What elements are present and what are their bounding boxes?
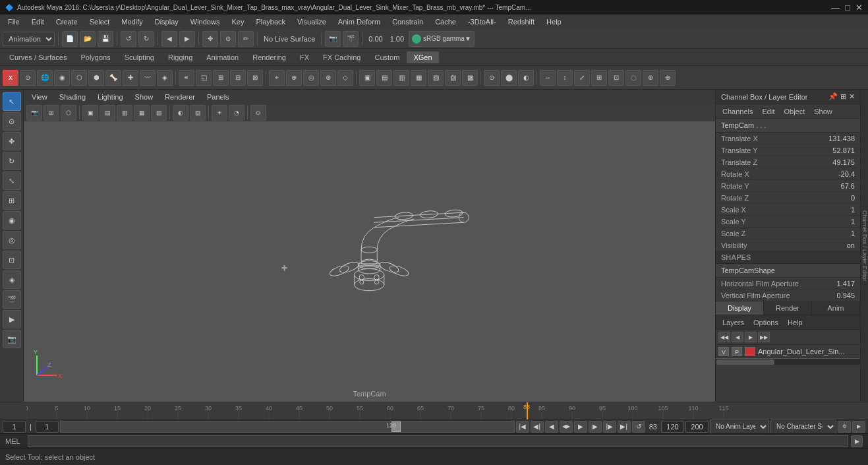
icon-extra2[interactable]: ⬤	[501, 70, 517, 86]
icon-scene[interactable]: 🌐	[37, 70, 53, 86]
icon-viz7[interactable]: ▩	[462, 70, 478, 86]
icon-extra9[interactable]: ◌	[625, 70, 641, 86]
icon-anim2[interactable]: ◱	[196, 70, 212, 86]
new-file-button[interactable]: 📄	[62, 31, 78, 47]
play-back-btn[interactable]: ◀▶	[560, 421, 573, 433]
menu-item-anim-deform[interactable]: Anim Deform	[333, 16, 386, 27]
show-menu[interactable]: Show	[130, 92, 159, 102]
next-frame-btn[interactable]: ▶	[589, 421, 602, 433]
layer-next-btn[interactable]: ▶	[745, 332, 757, 342]
maximize-button[interactable]: □	[845, 3, 850, 13]
camera-tool-button[interactable]: 📷	[3, 330, 21, 348]
cb-attr-row-9[interactable]: Visibilityon	[716, 239, 860, 251]
vp-xray[interactable]: ◐	[173, 105, 188, 121]
module-tab-sculpting[interactable]: Sculpting	[118, 51, 161, 63]
play-fwd-button[interactable]: ▶	[179, 31, 195, 47]
module-tab-xgen[interactable]: XGen	[407, 51, 438, 63]
scale-tool-button[interactable]: ⤡	[3, 171, 21, 190]
end-frame-input[interactable]	[661, 421, 684, 433]
menu-item-modify[interactable]: Modify	[116, 16, 148, 27]
icon-viz1[interactable]: ▣	[359, 70, 375, 86]
redo-button[interactable]: ↻	[138, 31, 154, 47]
menu-item-edit[interactable]: Edit	[26, 16, 49, 27]
cb-attr-row-4[interactable]: Rotate Y67.6	[716, 180, 860, 192]
module-tab-polygons[interactable]: Polygons	[74, 51, 117, 63]
minimize-button[interactable]: —	[831, 3, 840, 13]
cb-close-icon[interactable]: ✕	[849, 92, 855, 101]
select-tool-button[interactable]: ↖	[3, 92, 21, 111]
right-panel-scrollbar[interactable]	[716, 358, 860, 365]
close-button[interactable]: ✕	[855, 3, 863, 13]
lighting-menu[interactable]: Lighting	[92, 92, 129, 102]
gamma-btn[interactable]: sRGB gamma ▼	[409, 31, 475, 47]
vp-flat-shade[interactable]: ▤	[100, 105, 115, 121]
module-tab-fx-caching[interactable]: FX Caching	[316, 51, 367, 63]
icon-anim1[interactable]: ≡	[179, 70, 194, 86]
cb-edit-menu[interactable]: Edit	[758, 106, 778, 117]
next-key-btn[interactable]: |▶	[603, 421, 616, 433]
icon-anim4[interactable]: ⊟	[230, 70, 246, 86]
goto-start-btn[interactable]: |◀	[516, 421, 529, 433]
cb-shape-attr-row-1[interactable]: Vertical Film Aperture0.945	[716, 290, 860, 301]
save-file-button[interactable]: 💾	[98, 31, 113, 47]
layer-prev-prev-btn[interactable]: ◀◀	[718, 332, 730, 342]
module-tab-curves---surfaces[interactable]: Curves / Surfaces	[3, 51, 73, 63]
layer-color-swatch[interactable]	[745, 347, 755, 356]
icon-viz4[interactable]: ▦	[411, 70, 426, 86]
anim-btn[interactable]: ▶	[852, 421, 865, 433]
undo-button[interactable]: ↺	[121, 31, 136, 47]
start-frame-input[interactable]	[36, 421, 59, 433]
timeline[interactable]: 0 5 10 15 20 25 30 35 40 45 50 55 60 65 …	[0, 402, 868, 419]
menu-item-help[interactable]: Help	[541, 16, 567, 27]
vp-cam-btn[interactable]: 📷	[26, 105, 42, 121]
cb-attr-row-2[interactable]: Translate Z49.175	[716, 156, 860, 168]
open-file-button[interactable]: 📂	[80, 31, 96, 47]
vp-wire-btn[interactable]: ⬡	[61, 105, 76, 121]
icon-viz5[interactable]: ▧	[428, 70, 444, 86]
menu-item--3dtoall-[interactable]: -3DtoAll-	[463, 16, 502, 27]
layers-help-menu[interactable]: Help	[784, 317, 807, 328]
show-manipulator-button[interactable]: ◎	[3, 231, 21, 249]
prev-frame-btn[interactable]: ◀	[545, 421, 558, 433]
render-ipr-button[interactable]: ▶	[3, 310, 21, 328]
layers-options-menu[interactable]: Options	[749, 317, 782, 328]
animation-dropdown[interactable]: Animation	[3, 32, 55, 46]
menu-item-cache[interactable]: Cache	[430, 16, 461, 27]
soft-select-button[interactable]: ◉	[3, 211, 21, 230]
cb-attr-row-6[interactable]: Scale X1	[716, 204, 860, 216]
camera-button[interactable]: 📷	[325, 31, 341, 47]
icon-viz2[interactable]: ▤	[376, 70, 392, 86]
icon-xgen[interactable]: X	[3, 70, 18, 86]
menu-item-visualize[interactable]: Visualize	[292, 16, 332, 27]
vp-shadow[interactable]: ◔	[229, 105, 245, 121]
module-tab-rigging[interactable]: Rigging	[161, 51, 199, 63]
module-tab-custom[interactable]: Custom	[368, 51, 407, 63]
cb-pin-icon[interactable]: 📌	[828, 92, 838, 101]
shading-menu[interactable]: Shading	[54, 92, 91, 102]
display-tab[interactable]: Display	[716, 301, 764, 315]
select-button[interactable]: ✥	[202, 31, 218, 47]
cb-attr-row-8[interactable]: Scale Z1	[716, 228, 860, 239]
lasso-tool-button[interactable]: ⊙	[3, 112, 21, 131]
render-view-button[interactable]: 🎬	[3, 290, 21, 309]
goto-end-btn[interactable]: ▶|	[618, 421, 631, 433]
icon-extra3[interactable]: ◐	[518, 70, 534, 86]
cmd-lang-label[interactable]: MEL	[5, 437, 25, 445]
lasso-button[interactable]: ⊙	[220, 31, 236, 47]
module-tab-rendering[interactable]: Rendering	[246, 51, 293, 63]
icon-constraint2[interactable]: ⊕	[286, 70, 302, 86]
anim-tab[interactable]: Anim	[812, 301, 860, 315]
paint-button[interactable]: ✏	[238, 31, 254, 47]
viewport-canvas[interactable]: + X Y Z TempCam	[24, 121, 715, 402]
cb-attr-row-1[interactable]: Translate Y52.871	[716, 144, 860, 156]
cb-attr-row-0[interactable]: Translate X131.438	[716, 133, 860, 144]
module-tab-fx[interactable]: FX	[293, 51, 316, 63]
layers-menu[interactable]: Layers	[718, 317, 748, 328]
render-button[interactable]: 🎬	[343, 31, 359, 47]
icon-extra11[interactable]: ⊕	[660, 70, 676, 86]
icon-skeleton[interactable]: 🦴	[105, 70, 121, 86]
icon-extra8[interactable]: ⊡	[608, 70, 624, 86]
icon-constraint5[interactable]: ◇	[337, 70, 353, 86]
cmd-execute-btn[interactable]: ▶	[851, 435, 863, 447]
rotate-tool-button[interactable]: ↻	[3, 152, 21, 170]
